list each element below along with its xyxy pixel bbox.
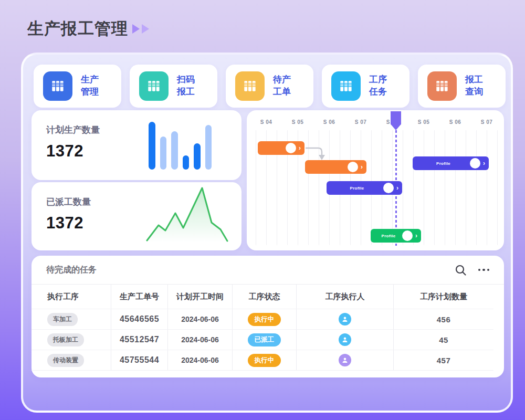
books-icon bbox=[427, 71, 457, 101]
gantt-task-bar[interactable]: Profile› bbox=[327, 181, 402, 195]
nav-label-line2: 管理 bbox=[81, 86, 99, 98]
bar bbox=[194, 143, 201, 170]
gantt-bar-label: Profile bbox=[331, 186, 383, 191]
assignee-avatar bbox=[348, 162, 358, 172]
more-options-icon[interactable] bbox=[478, 269, 490, 271]
nav-button-process-tasks[interactable]: 工序任务 bbox=[322, 65, 410, 108]
column-header: 工序计划数量 bbox=[394, 285, 494, 309]
panel-title: 待完成的任务 bbox=[46, 265, 97, 276]
nav-label-line2: 报工 bbox=[177, 86, 195, 98]
books-icon bbox=[139, 71, 169, 101]
start-date: 2024-06-06 bbox=[168, 330, 233, 350]
search-icon[interactable] bbox=[455, 264, 467, 276]
books-icon bbox=[43, 71, 72, 101]
chevron-right-icon: › bbox=[396, 185, 398, 191]
table-row[interactable]: 传动装置 45755544 2024-06-06 执行中 457 bbox=[32, 350, 494, 371]
mini-bar-chart bbox=[149, 120, 212, 170]
nav-label-line1: 报工 bbox=[465, 74, 483, 86]
order-number: 45646565 bbox=[111, 309, 168, 329]
mini-line-chart bbox=[146, 186, 230, 244]
forward-arrow-icon bbox=[142, 24, 149, 34]
gantt-task-bar[interactable]: Profile› bbox=[371, 229, 421, 243]
nav-button-production-management[interactable]: 生产管理 bbox=[34, 65, 121, 108]
assignee-avatar bbox=[383, 183, 394, 193]
gantt-task-bar[interactable]: Profile› bbox=[413, 156, 489, 170]
person-icon bbox=[341, 356, 349, 364]
status-badge: 执行中 bbox=[248, 313, 281, 326]
bar bbox=[171, 131, 178, 170]
gantt-bar-label: Profile bbox=[417, 161, 470, 166]
bar bbox=[205, 125, 212, 170]
bar bbox=[149, 122, 155, 170]
planned-production-card: 计划生产数量 1372 bbox=[32, 110, 242, 180]
dispatched-quantity-card: 已派工数量 1372 bbox=[32, 182, 242, 250]
start-date: 2024-06-06 bbox=[168, 350, 233, 370]
gantt-task-bar[interactable]: › bbox=[258, 141, 304, 155]
chevron-right-icon: › bbox=[299, 145, 301, 151]
pending-tasks-panel: 待完成的任务 执行工序 生产工单号 计划开工时间 工序状态 工序执行人 工序计划… bbox=[32, 256, 504, 377]
page-header: 生产报工管理 bbox=[27, 18, 149, 40]
gantt-task-bar[interactable]: › bbox=[305, 160, 366, 174]
planned-quantity: 456 bbox=[394, 309, 494, 329]
nav-label-line1: 生产 bbox=[81, 74, 99, 86]
nav-label-line1: 待产 bbox=[273, 74, 291, 86]
avatar bbox=[339, 354, 351, 366]
bar bbox=[160, 136, 167, 170]
status-badge: 执行中 bbox=[248, 354, 281, 367]
column-header: 计划开工时间 bbox=[168, 285, 233, 309]
assignee-avatar bbox=[286, 143, 296, 153]
table-header-row: 执行工序 生产工单号 计划开工时间 工序状态 工序执行人 工序计划数量 bbox=[32, 285, 494, 309]
stat-value: 1372 bbox=[46, 142, 83, 161]
nav-label-line2: 工单 bbox=[273, 86, 291, 98]
nav-label-line2: 任务 bbox=[369, 86, 387, 98]
process-badge: 传动装置 bbox=[47, 354, 84, 367]
stat-label: 已派工数量 bbox=[46, 196, 91, 208]
process-badge: 车加工 bbox=[47, 313, 78, 326]
column-header: 生产工单号 bbox=[111, 285, 168, 309]
order-number: 45755544 bbox=[111, 350, 168, 370]
avatar bbox=[339, 333, 351, 346]
chevron-right-icon: › bbox=[483, 160, 485, 166]
person-icon bbox=[341, 335, 349, 344]
status-badge: 已派工 bbox=[248, 333, 281, 346]
nav-label-line2: 查询 bbox=[465, 86, 483, 98]
page-title: 生产报工管理 bbox=[27, 18, 128, 40]
books-icon bbox=[235, 71, 265, 101]
column-header: 执行工序 bbox=[32, 285, 111, 309]
order-number: 45512547 bbox=[111, 330, 168, 350]
planned-quantity: 457 bbox=[394, 350, 494, 370]
nav-label-line1: 工序 bbox=[369, 74, 387, 86]
stat-label: 计划生产数量 bbox=[46, 124, 100, 136]
table-row[interactable]: 车加工 45646565 2024-06-06 执行中 456 bbox=[32, 309, 494, 329]
person-icon bbox=[341, 315, 349, 323]
planned-quantity: 45 bbox=[394, 330, 494, 350]
column-header: 工序状态 bbox=[233, 285, 297, 309]
nav-button-report-query[interactable]: 报工查询 bbox=[418, 65, 506, 108]
start-date: 2024-06-06 bbox=[168, 309, 233, 329]
bar bbox=[183, 155, 190, 170]
tasks-table: 执行工序 生产工单号 计划开工时间 工序状态 工序执行人 工序计划数量 车加工 … bbox=[32, 285, 494, 371]
nav-button-scan-report[interactable]: 扫码报工 bbox=[130, 65, 217, 108]
chevron-right-icon: › bbox=[361, 164, 363, 170]
gantt-chart: S 04S 05S 06S 07S 04S 05S 06S 07 ››Profi… bbox=[247, 110, 504, 250]
gantt-bar-label: Profile bbox=[375, 234, 402, 238]
process-badge: 托板加工 bbox=[47, 333, 84, 346]
assignee-avatar bbox=[402, 230, 413, 241]
table-row[interactable]: 托板加工 45512547 2024-06-06 已派工 45 bbox=[32, 329, 494, 350]
chevron-right-icon: › bbox=[415, 233, 417, 239]
avatar bbox=[339, 313, 351, 326]
books-icon bbox=[331, 71, 361, 101]
column-header: 工序执行人 bbox=[297, 285, 394, 309]
assignee-avatar bbox=[470, 158, 480, 169]
nav-button-pending-orders[interactable]: 待产工单 bbox=[226, 65, 313, 108]
stat-value: 1372 bbox=[46, 214, 83, 233]
panel-header: 待完成的任务 bbox=[32, 256, 504, 285]
forward-arrow-icon bbox=[132, 24, 140, 34]
main-panel: 生产管理 扫码报工 待产工单 工序任务 报工查询 计划生产数量 1372 已派工… bbox=[21, 52, 513, 413]
nav-label-line1: 扫码 bbox=[177, 74, 195, 86]
